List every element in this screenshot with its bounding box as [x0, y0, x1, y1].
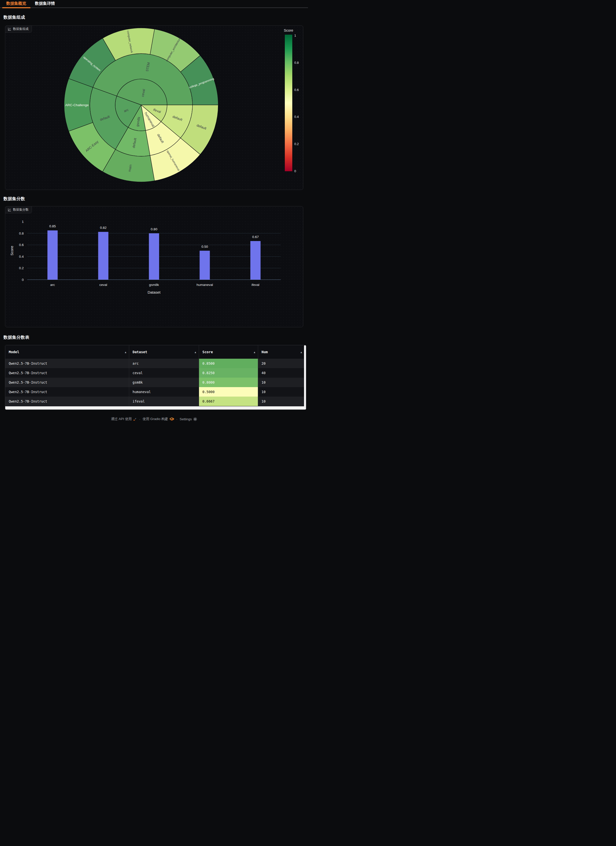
bar-value-label: 0.82 — [100, 226, 106, 229]
barchart-panel: 00.20.40.60.81Score0.85arc0.82ceval0.80g… — [5, 206, 303, 327]
bar-gsm8k[interactable] — [149, 233, 159, 280]
cell-score[interactable]: 0.8250 — [199, 368, 258, 377]
column-header-label: Dataset — [133, 350, 147, 354]
sort-ascending-icon[interactable]: ▲ — [194, 351, 196, 354]
tab-bar: 数据集概览 数据集详情 — [0, 0, 308, 8]
settings-label: Settings — [179, 417, 192, 421]
column-header-label: Score — [203, 350, 213, 354]
cell-dataset[interactable]: humaneval — [129, 387, 199, 397]
footer-separator: · — [176, 417, 178, 421]
y-tick-label: 0.2 — [19, 266, 24, 270]
colorbar-tick: 0.4 — [294, 115, 299, 119]
sort-ascending-icon[interactable]: ▲ — [300, 351, 302, 354]
bar-arc[interactable] — [47, 230, 57, 280]
gear-icon — [193, 417, 197, 421]
sunburst-plot-label: 数据集组成 — [5, 25, 32, 33]
x-tick-label-ifeval: ifeval — [251, 283, 260, 286]
cell-num[interactable]: 10 — [258, 377, 304, 387]
cell-dataset[interactable]: ceval — [129, 368, 199, 377]
use-via-api-link[interactable]: 通过 API 使用 — [111, 417, 137, 421]
bar-ifeval[interactable] — [250, 241, 260, 280]
tab-dataset-overview[interactable]: 数据集概览 — [6, 1, 26, 6]
x-tick-label-ceval: ceval — [99, 283, 107, 286]
bar-value-label: 0.80 — [151, 227, 157, 231]
y-tick-label: 1 — [22, 220, 24, 223]
barchart-plot-label-text: 数据集分数 — [13, 208, 29, 212]
tabbar-divider — [0, 7, 308, 8]
settings-link[interactable]: Settings — [179, 417, 197, 421]
column-header-dataset[interactable]: Dataset▲ — [129, 345, 199, 359]
built-with-gradio-link[interactable]: 使用 Gradio 构建 — [143, 417, 174, 421]
sunburst-label-ARC-Challenge: ARC-Challenge — [65, 103, 89, 107]
cell-dataset[interactable]: ifeval — [129, 397, 199, 406]
colorbar-title: Score — [284, 28, 293, 32]
built-with-gradio-label: 使用 Gradio 构建 — [143, 417, 168, 421]
bar-value-label: 0.50 — [201, 245, 208, 248]
colorbar-tick: 0 — [294, 169, 296, 173]
table-vertical-scrollbar[interactable] — [304, 345, 306, 410]
active-tab-underline — [2, 7, 31, 8]
cell-dataset[interactable]: gsm8k — [129, 377, 199, 387]
sort-ascending-icon[interactable]: ▲ — [125, 351, 126, 354]
table-row: Qwen2.5-7B-Instructarc0.850020 — [5, 359, 304, 368]
x-tick-label-humaneval: humaneval — [197, 283, 213, 286]
cell-score[interactable]: 0.6667 — [199, 397, 258, 406]
cell-num[interactable]: 20 — [258, 359, 304, 368]
y-axis-title: Score — [10, 246, 14, 256]
cell-model[interactable]: Qwen2.5-7B-Instruct — [5, 368, 129, 377]
x-tick-label-arc: arc — [50, 283, 55, 286]
column-header-score[interactable]: Score▲ — [199, 345, 258, 359]
y-tick-label: 0 — [22, 278, 24, 282]
cell-model[interactable]: Qwen2.5-7B-Instruct — [5, 377, 129, 387]
sunburst-plot-label-text: 数据集组成 — [13, 27, 29, 31]
x-axis-title: Dataset — [148, 290, 161, 294]
cell-model[interactable]: Qwen2.5-7B-Instruct — [5, 387, 129, 397]
chart-icon — [8, 208, 11, 212]
app-footer: 通过 API 使用 · 使用 Gradio 构建 · Settings — [0, 417, 308, 421]
bar-ceval[interactable] — [98, 232, 109, 280]
colorbar-tick: 0.8 — [294, 61, 299, 65]
bar-value-label: 0.67 — [252, 235, 259, 239]
plug-icon — [133, 417, 137, 421]
footer-separator: · — [139, 417, 140, 421]
section-title-composition: 数据集组成 — [3, 15, 25, 20]
bar-humaneval[interactable] — [200, 251, 210, 280]
y-tick-label: 0.6 — [19, 243, 24, 247]
sort-ascending-icon[interactable]: ▲ — [254, 351, 255, 354]
cell-score[interactable]: 0.8000 — [199, 377, 258, 387]
cell-dataset[interactable]: arc — [129, 359, 199, 368]
y-tick-label: 0.4 — [19, 255, 24, 258]
table-row: Qwen2.5-7B-Instructhumaneval0.500010 — [5, 387, 304, 397]
cell-num[interactable]: 40 — [258, 368, 304, 377]
section-title-scores: 数据集分数 — [3, 196, 25, 202]
section-title-score-table: 数据集分数表 — [3, 335, 29, 340]
colorbar-tick: 1 — [294, 34, 296, 37]
chart-icon — [8, 28, 11, 31]
score-table: Model▲Dataset▲Score▲Num▲Qwen2.5-7B-Instr… — [5, 345, 306, 410]
colorbar-tick: 0.2 — [294, 142, 299, 146]
cell-num[interactable]: 10 — [258, 387, 304, 397]
column-header-label: Model — [9, 350, 19, 354]
column-header-num[interactable]: Num▲ — [258, 345, 304, 359]
table-row: Qwen2.5-7B-Instructceval0.825040 — [5, 368, 304, 377]
cell-score[interactable]: 0.8500 — [199, 359, 258, 368]
cell-num[interactable]: 10 — [258, 397, 304, 406]
cell-model[interactable]: Qwen2.5-7B-Instruct — [5, 397, 129, 406]
cell-model[interactable]: Qwen2.5-7B-Instruct — [5, 359, 129, 368]
column-header-label: Num — [262, 350, 268, 354]
barchart-plot-label: 数据集分数 — [5, 206, 32, 213]
table-horizontal-scrollbar[interactable] — [5, 406, 306, 410]
x-tick-label-gsm8k: gsm8k — [149, 283, 159, 286]
column-header-model[interactable]: Model▲ — [5, 345, 129, 359]
sunburst-chart[interactable]: cevalSTEMcollege_programmingcomputer_arc… — [5, 26, 303, 190]
table-row: Qwen2.5-7B-Instructifeval0.666710 — [5, 397, 304, 406]
table-row: Qwen2.5-7B-Instructgsm8k0.800010 — [5, 377, 304, 387]
colorbar-tick: 0.6 — [294, 88, 299, 92]
bar-value-label: 0.85 — [49, 224, 56, 228]
score-colorbar — [285, 35, 292, 171]
use-via-api-label: 通过 API 使用 — [111, 417, 132, 421]
tab-dataset-details[interactable]: 数据集详情 — [35, 1, 55, 6]
bar-chart[interactable]: 00.20.40.60.81Score0.85arc0.82ceval0.80g… — [5, 206, 303, 327]
gradio-logo-icon — [170, 417, 174, 421]
cell-score[interactable]: 0.5000 — [199, 387, 258, 397]
